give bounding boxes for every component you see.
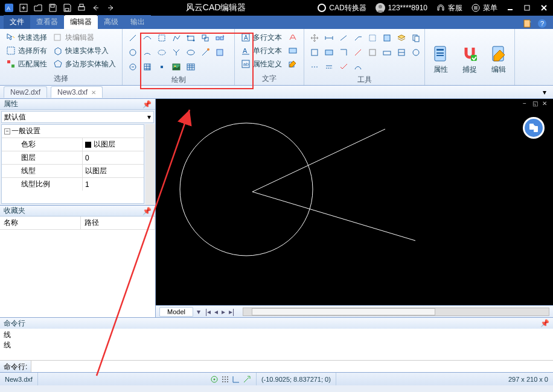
support-button[interactable]: 客服: [433, 3, 465, 13]
tool-l[interactable]: [351, 60, 365, 74]
fav-body[interactable]: [0, 230, 155, 317]
status-snap-icons[interactable]: [205, 373, 257, 385]
fav-col-path[interactable]: 路径: [81, 217, 155, 229]
category-row[interactable]: −一般设置: [2, 125, 144, 138]
array-tool[interactable]: [213, 31, 226, 45]
property-grid[interactable]: −一般设置 色彩以图层 图层0 线型以图层 线型比例1: [1, 124, 144, 204]
tool-j[interactable]: [322, 60, 336, 74]
cmd-input[interactable]: [31, 361, 553, 372]
prop-row-linetype[interactable]: 线型以图层: [2, 164, 144, 177]
tab-scroll-dropdown[interactable]: ▾: [197, 308, 200, 316]
tool-a[interactable]: [308, 46, 321, 59]
point-tool[interactable]: [155, 60, 168, 74]
default-combo[interactable]: 默认值▾: [1, 111, 154, 123]
tool-i[interactable]: [308, 60, 321, 74]
tool-d[interactable]: [351, 46, 365, 59]
canvas-hscrollbar[interactable]: [243, 308, 549, 316]
save-icon[interactable]: [46, 2, 59, 14]
edit-text-button[interactable]: [286, 58, 300, 70]
tab-viewer[interactable]: 查看器: [30, 15, 64, 29]
tab-output[interactable]: 输出: [124, 15, 151, 29]
polyline-tool[interactable]: [155, 31, 168, 45]
ray-tool[interactable]: [199, 46, 212, 59]
polygon-tool[interactable]: [170, 31, 183, 45]
dim-linear-tool[interactable]: [322, 31, 336, 45]
leader-tool[interactable]: [351, 31, 365, 45]
undo-icon[interactable]: [89, 2, 103, 14]
menu-button[interactable]: 菜单: [468, 3, 500, 13]
app-icon[interactable]: A: [2, 2, 16, 14]
attdef-button[interactable]: ab属性定义: [238, 58, 284, 70]
block-editor-button[interactable]: 块编辑器: [51, 31, 118, 43]
move-tool[interactable]: [199, 31, 212, 45]
model-tab[interactable]: Model: [159, 307, 193, 317]
window-tool[interactable]: [380, 31, 394, 45]
table-tool[interactable]: [184, 60, 197, 74]
tool-g[interactable]: [395, 46, 408, 59]
help-icon[interactable]: ?: [536, 18, 548, 29]
field-button[interactable]: [286, 45, 300, 57]
block-tool[interactable]: [213, 46, 226, 59]
fav-col-name[interactable]: 名称: [0, 217, 81, 229]
new-icon[interactable]: [17, 2, 30, 14]
scroll-last-icon[interactable]: ▸|: [228, 308, 235, 316]
scroll-next-icon[interactable]: ▸: [220, 308, 226, 316]
dim-aligned-tool[interactable]: [337, 31, 350, 45]
cad-convert-button[interactable]: CAD转换器: [315, 3, 368, 13]
tool-f[interactable]: [380, 46, 394, 59]
saveas-icon[interactable]: [60, 2, 74, 14]
cmd-history[interactable]: 线 线: [0, 329, 553, 360]
print-icon[interactable]: [75, 2, 88, 14]
open-icon[interactable]: [31, 2, 45, 14]
mtext-button[interactable]: A多行文本: [238, 31, 284, 43]
chevron-down-icon[interactable]: ▾: [147, 113, 151, 121]
pin-icon[interactable]: 📌: [142, 100, 152, 109]
prop-row-layer[interactable]: 图层0: [2, 151, 144, 164]
close-tab-icon[interactable]: ✕: [91, 89, 96, 96]
pan-tool[interactable]: [308, 31, 321, 45]
ellipse-arc-tool[interactable]: [184, 46, 197, 59]
tool-e[interactable]: [366, 46, 379, 59]
layer-tool[interactable]: [395, 31, 408, 45]
prop-row-color[interactable]: 色彩以图层: [2, 138, 144, 151]
doc-tab-2[interactable]: New3.dxf✕: [51, 86, 103, 98]
minimize-button[interactable]: [503, 2, 517, 14]
line-tool[interactable]: [126, 31, 139, 45]
poly-import-button[interactable]: 多边形实体输入: [51, 58, 118, 70]
properties-button[interactable]: 属性: [427, 31, 454, 85]
redo-icon[interactable]: [104, 2, 117, 14]
prop-row-ltscale[interactable]: 线型比例1: [2, 177, 144, 191]
doc-tab-1[interactable]: New2.dxf: [4, 86, 47, 98]
tab-file[interactable]: 文件: [4, 15, 30, 29]
revision-cloud-tool[interactable]: [126, 60, 139, 74]
ellipse-tool[interactable]: [155, 46, 168, 59]
drawing-canvas[interactable]: − ◱ ✕: [156, 99, 553, 305]
collapse-icon[interactable]: −: [4, 128, 10, 134]
image-tool[interactable]: [170, 60, 183, 74]
scroll-first-icon[interactable]: |◂: [204, 308, 212, 316]
doctabs-dropdown[interactable]: ▾: [540, 87, 549, 97]
circle-tool[interactable]: [126, 46, 139, 59]
stext-button[interactable]: A单行文本: [238, 45, 284, 57]
construction-line-tool[interactable]: [141, 31, 154, 45]
text-style-button[interactable]: [286, 31, 300, 43]
snap-button[interactable]: 捕捉: [456, 31, 483, 85]
copy-tool[interactable]: [409, 31, 423, 45]
hatch-tool[interactable]: [141, 60, 154, 74]
tool-k[interactable]: [337, 60, 350, 74]
match-props-button[interactable]: 匹配属性: [4, 58, 50, 70]
spline-tool[interactable]: [170, 46, 183, 59]
quick-select-button[interactable]: 快速选择: [4, 31, 50, 43]
maximize-button[interactable]: [520, 2, 534, 14]
rectangle-tool[interactable]: [184, 31, 197, 45]
close-button[interactable]: [537, 2, 551, 14]
style-icon[interactable]: [522, 18, 534, 29]
arc-tool[interactable]: [141, 46, 154, 59]
tool-b[interactable]: [322, 46, 336, 59]
solid-import-button[interactable]: 快速实体导入: [51, 45, 118, 57]
user-button[interactable]: 123****8910: [372, 2, 430, 13]
cad-badge-icon[interactable]: [523, 117, 545, 139]
select-all-button[interactable]: 选择所有: [4, 45, 50, 57]
pin-icon[interactable]: 📌: [142, 207, 152, 215]
tab-advanced[interactable]: 高级: [98, 15, 124, 29]
